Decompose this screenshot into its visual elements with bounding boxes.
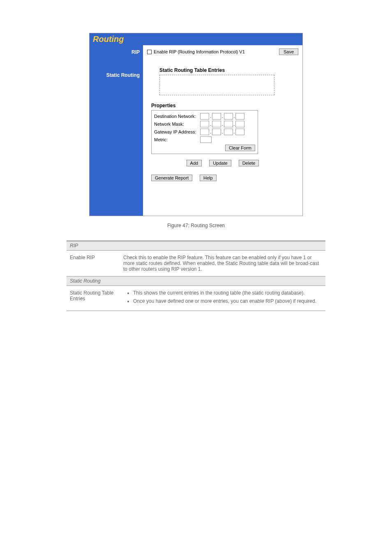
mask-octet-3[interactable] xyxy=(224,121,233,127)
rip-row: Enable RIP (Routing Information Protocol… xyxy=(147,48,298,55)
help-button[interactable]: Help xyxy=(200,175,217,181)
row-label: Static Routing Table Entries xyxy=(67,286,120,311)
panel-title: Routing xyxy=(93,35,124,44)
panel-header: Routing xyxy=(90,33,302,45)
list-item: This shows the current entries in the ro… xyxy=(133,290,322,296)
properties-heading: Properties xyxy=(151,103,298,108)
dest-row: Destination Network: . . . xyxy=(154,113,255,120)
row-text: This shows the current entries in the ro… xyxy=(120,286,325,311)
gateway-octet-1[interactable] xyxy=(200,129,209,135)
gateway-octet-2[interactable] xyxy=(212,129,221,135)
metric-row: Metric: xyxy=(154,136,255,143)
delete-button[interactable]: Delete xyxy=(239,160,259,166)
table-row: Static Routing Table Entries This shows … xyxy=(67,286,325,311)
section-rip-label: RIP xyxy=(67,241,325,251)
entries-heading: Static Routing Table Entries xyxy=(159,67,298,73)
sidebar: RIP Static Routing xyxy=(90,45,143,216)
section-static-label: Static Routing xyxy=(67,276,325,286)
row-label: Enable RIP xyxy=(67,251,120,276)
dest-label: Destination Network: xyxy=(154,114,200,119)
figure-caption: Figure 47: Routing Screen xyxy=(167,223,225,228)
clear-form-button[interactable]: Clear Form xyxy=(225,145,255,151)
routing-panel: Routing RIP Static Routing Enable RIP (R… xyxy=(89,33,303,216)
row-text: Check this to enable the RIP feature. Th… xyxy=(120,251,325,276)
gateway-row: Gateway IP Address: . . . xyxy=(154,129,255,135)
sidebar-static-label: Static Routing xyxy=(93,72,140,78)
metric-input[interactable] xyxy=(200,136,212,143)
gateway-octet-3[interactable] xyxy=(224,129,233,135)
save-button[interactable]: Save xyxy=(279,48,298,55)
gateway-label: Gateway IP Address: xyxy=(154,129,200,134)
mask-octet-1[interactable] xyxy=(200,121,209,127)
action-buttons: Add Update Delete xyxy=(147,160,298,166)
dest-octet-3[interactable] xyxy=(224,113,233,120)
dest-octet-2[interactable] xyxy=(212,113,221,120)
mask-row: Network Mask: . . . xyxy=(154,121,255,127)
mask-label: Network Mask: xyxy=(154,122,200,127)
dest-octet-1[interactable] xyxy=(200,113,209,120)
enable-rip-checkbox[interactable] xyxy=(147,50,152,54)
properties-box: Destination Network: . . . xyxy=(151,110,258,154)
enable-rip-label: Enable RIP (Routing Information Protocol… xyxy=(154,49,245,54)
add-button[interactable]: Add xyxy=(187,160,202,166)
table-section-rip: RIP xyxy=(67,241,325,251)
description-table: RIP Enable RIP Check this to enable the … xyxy=(67,241,325,311)
gateway-octet-4[interactable] xyxy=(235,129,244,135)
generate-report-button[interactable]: Generate Report xyxy=(151,175,192,181)
update-button[interactable]: Update xyxy=(209,160,231,166)
panel-body: RIP Static Routing Enable RIP (Routing I… xyxy=(90,45,302,216)
mask-octet-4[interactable] xyxy=(235,121,244,127)
list-item: Once you have defined one or more entrie… xyxy=(133,298,322,304)
sidebar-rip-label: RIP xyxy=(93,49,140,55)
table-section-static: Static Routing xyxy=(67,276,325,286)
metric-label: Metric: xyxy=(154,137,200,142)
mask-octet-2[interactable] xyxy=(212,121,221,127)
bottom-buttons: Generate Report Help xyxy=(151,175,298,181)
table-row: Enable RIP Check this to enable the RIP … xyxy=(67,251,325,276)
content-area: Enable RIP (Routing Information Protocol… xyxy=(143,45,302,216)
routing-entries-listbox[interactable] xyxy=(159,75,274,95)
dest-octet-4[interactable] xyxy=(235,113,244,120)
